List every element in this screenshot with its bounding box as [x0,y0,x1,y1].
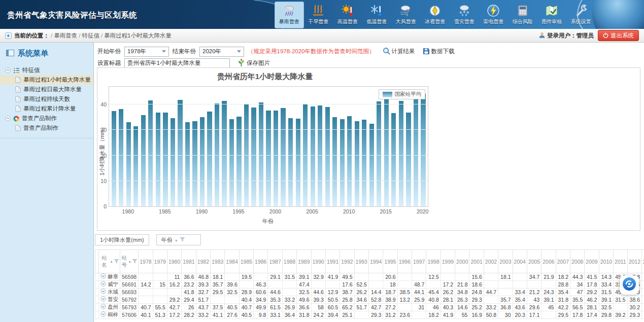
nav-item-rainstorm[interactable]: 暴雨普查 [275,2,304,28]
breadcrumb-item[interactable]: 暴雨过程1小时最大降水量 [104,32,172,39]
year-column-header[interactable]: 2012 [627,250,641,273]
power-icon [603,32,608,39]
filter-funnel-icon[interactable] [132,259,137,265]
lightning-icon [487,4,500,17]
tree-item[interactable]: 暴雨过程日最大降水量 [0,85,93,94]
tree-item[interactable]: 普查产品制作 [0,123,93,133]
value-cell: 31.5 [282,273,296,281]
nav-item-wind[interactable]: 大风普查 [391,2,421,28]
year-column-header[interactable]: 1979 [153,250,167,273]
year-column-header[interactable]: 2010 [599,250,613,273]
year-column-header[interactable]: 2009 [585,250,599,273]
nav-item-high-temp[interactable]: 高温普查 [333,2,362,28]
year-column-header[interactable]: 1993 [354,250,368,273]
tree-item[interactable]: 暴雨过程1小时最大降水量 [0,75,93,85]
nav-item-lightning[interactable]: 雷电普查 [479,2,509,28]
year-column-header[interactable]: 1983 [211,250,225,273]
nav-item-snow[interactable]: 雪灾普查 [450,2,479,28]
value-cell: 28.2 [182,311,196,319]
value-cell: 51.3 [153,311,167,319]
year-column-header[interactable]: 1986 [254,250,268,273]
year-column-header[interactable]: 1990 [311,250,325,273]
nav-item-map-review[interactable]: 图件审核 [537,2,567,28]
year-column-header[interactable]: 1991 [325,250,340,273]
nav-item-settings[interactable]: 系统设置 [566,2,596,28]
value-cell [325,281,340,289]
year-column-header[interactable]: 1984 [225,250,239,273]
chart-bar [399,101,403,206]
year-column-header[interactable]: 1978 [139,250,153,273]
expand-icon[interactable] [100,289,106,294]
logout-button[interactable]: 退出系统 [598,30,639,41]
location-icon [5,32,12,39]
expand-icon[interactable] [100,304,106,309]
tree-group[interactable]: 普查产品制作 [0,114,93,123]
year-column-header[interactable]: 1992 [340,250,354,273]
year-column-header[interactable]: 1997 [412,250,426,273]
station-id-header[interactable]: 站号▲ [120,250,139,273]
column-field-box[interactable]: 年份 ▲ [156,234,201,245]
year-column-header[interactable]: 2008 [570,250,584,273]
year-column-header[interactable]: 2000 [455,250,469,273]
year-column-header[interactable]: 1988 [282,250,296,273]
year-column-header[interactable]: 2013 [642,250,644,273]
year-column-header[interactable]: 2003 [498,250,513,273]
tree-item[interactable]: 暴雨过程持续天数 [0,94,93,104]
year-column-header[interactable]: 1998 [426,250,440,273]
floating-helper-button[interactable] [620,275,639,295]
value-cell [282,281,296,289]
station-name: 盘州 [108,304,118,310]
year-column-header[interactable]: 1982 [196,250,210,273]
year-column-header[interactable]: 1989 [297,250,311,273]
year-column-header[interactable]: 1995 [383,250,397,273]
tree-item[interactable]: 暴雨过程累计降水量 [0,104,93,114]
breadcrumb-item[interactable]: 暴雨普查 [54,32,77,39]
breadcrumb-item[interactable]: 特征值 [82,32,99,39]
filter-funnel-icon[interactable] [180,237,185,243]
station-name-header[interactable]: 站名▲ [99,250,120,273]
year-column-header[interactable]: 2006 [541,250,556,273]
year-column-header[interactable]: 2001 [469,250,484,273]
start-year-select[interactable]: 1978年 [124,47,169,57]
year-column-header[interactable]: 2007 [556,250,570,273]
value-cell: 35.3 [268,296,282,304]
year-column-header[interactable]: 1985 [239,250,253,273]
save-image-button[interactable]: 保存图片 [238,59,270,68]
year-column-header[interactable]: 2005 [527,250,541,273]
nav-item-hail[interactable]: 冰雹普查 [421,2,450,28]
year-column-header[interactable]: 1994 [368,250,383,273]
value-cell: 30 [498,311,513,319]
year-column-header[interactable]: 2004 [513,250,527,273]
expand-icon[interactable] [100,273,106,279]
tree-group[interactable]: 特征值 [0,65,93,75]
expand-icon[interactable] [100,281,106,287]
collapse-icon[interactable] [5,116,11,121]
chart-legend[interactable]: 国家站平均 [379,89,426,99]
expand-icon[interactable] [100,296,106,302]
calc-result-button[interactable]: 计算结果 [383,47,415,56]
year-column-header[interactable]: 1987 [268,250,282,273]
measure-field-box[interactable]: 1小时降水量(mm) [95,234,149,245]
expand-icon[interactable] [100,311,106,317]
nav-item-low-temp[interactable]: 低温普查 [362,2,392,28]
year-column-header[interactable]: 2011 [614,250,628,273]
collapse-icon[interactable] [5,67,11,73]
bar-slot [140,87,147,206]
nav-item-drought[interactable]: 干旱普查 [304,2,333,28]
chart-title-input[interactable] [124,58,230,68]
top-nav: 暴雨普查干旱普查高温普查低温普查大风普查冰雹普查雪灾普查雷电普查综合风险图件审核… [275,2,596,28]
year-column-header[interactable]: 1980 [167,250,181,273]
year-column-header[interactable]: 2002 [484,250,498,273]
year-column-header[interactable]: 1999 [440,250,455,273]
filter-funnel-icon[interactable] [114,259,119,265]
value-cell [268,281,282,289]
nav-item-composite-risk[interactable]: 综合风险 [508,2,537,28]
year-column-header[interactable]: 1981 [182,250,196,273]
value-cell: 58 [311,304,325,311]
tree-item-label: 暴雨过程1小时最大降水量 [23,76,91,84]
end-year-select[interactable]: 2020年 [199,47,244,57]
value-cell: 29.8 [599,311,613,319]
year-column-header[interactable]: 1996 [397,250,412,273]
data-download-button[interactable]: 数据下载 [423,48,455,56]
x-axis-tick: 1995 [232,208,244,214]
